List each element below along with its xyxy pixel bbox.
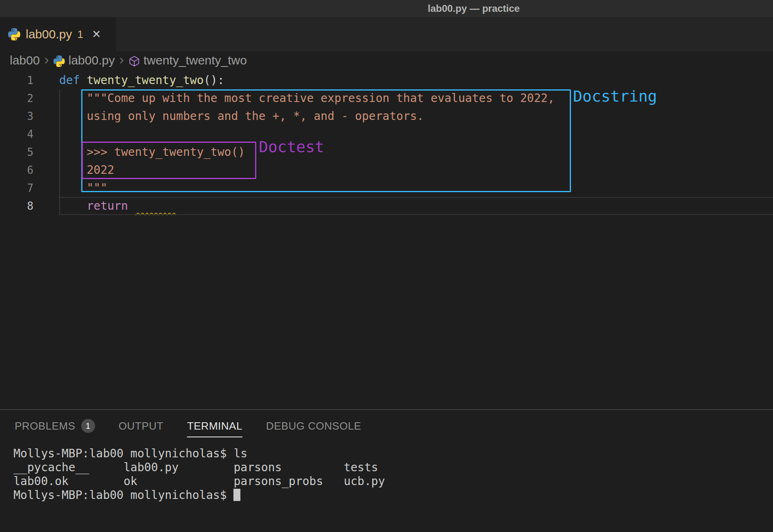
python-icon [8, 28, 20, 40]
code-line-2[interactable]: 2 """Come up with the most creative expr… [0, 89, 773, 107]
panel-tab-label: PROBLEMS [15, 420, 76, 432]
code-line-4[interactable]: 4 [0, 125, 773, 143]
warning-squiggle [135, 199, 176, 213]
line-number: 4 [0, 125, 33, 143]
line-number: 1 [0, 71, 33, 89]
close-icon[interactable]: ✕ [92, 28, 101, 41]
symbol-namespace-icon [129, 55, 140, 66]
terminal-line: lab00.ok ok parsons_probs ucb.py [13, 474, 773, 488]
window-titlebar: lab00.py — practice [0, 0, 773, 17]
code-token: """ [59, 181, 107, 195]
code-token: using only numbers and the +, *, and - o… [59, 109, 424, 123]
breadcrumb-file[interactable]: lab00.py [69, 53, 115, 67]
code-token [59, 199, 87, 213]
terminal-prompt-line: Mollys-MBP:lab00 mollynicholas$ [13, 488, 773, 502]
code-token: 2022 [59, 163, 114, 177]
chevron-right-icon: › [43, 52, 49, 69]
line-number: 7 [0, 179, 33, 197]
terminal-line: Mollys-MBP:lab00 mollynicholas$ ls [13, 447, 773, 461]
python-icon [53, 55, 65, 66]
code-line-1[interactable]: 1 def twenty_twenty_two(): [0, 71, 773, 89]
code-text: 2022 [59, 161, 114, 179]
code-line-3[interactable]: 3 using only numbers and the +, *, and -… [0, 107, 773, 125]
bottom-panel: PROBLEMS 1 OUTPUT TERMINAL DEBUG CONSOLE… [0, 409, 773, 532]
code-line-7[interactable]: 7 """ [0, 179, 773, 197]
tab-problem-count: 1 [77, 28, 83, 41]
panel-tab-label: DEBUG CONSOLE [266, 420, 361, 432]
line-number: 2 [0, 89, 33, 107]
problems-count-badge: 1 [81, 419, 95, 433]
code-line-6[interactable]: 6 2022 [0, 161, 773, 179]
code-token: (): [204, 73, 224, 87]
panel-tab-terminal[interactable]: TERMINAL [187, 420, 242, 432]
code-text: """ [59, 179, 107, 197]
panel-tab-label: OUTPUT [119, 420, 164, 432]
panel-tab-label: TERMINAL [187, 420, 242, 432]
code-text: def twenty_twenty_two(): [59, 71, 224, 89]
line-number: 6 [0, 161, 33, 179]
code-token: """Come up with the most creative expres… [59, 91, 555, 105]
terminal-cursor [233, 489, 240, 501]
panel-tab-bar: PROBLEMS 1 OUTPUT TERMINAL DEBUG CONSOLE [0, 410, 773, 442]
panel-tab-debug-console[interactable]: DEBUG CONSOLE [266, 420, 361, 432]
code-line-5[interactable]: 5 >>> twenty_twenty_two() [0, 143, 773, 161]
code-token: return [87, 199, 128, 213]
panel-tab-problems[interactable]: PROBLEMS 1 [15, 419, 95, 433]
code-text: return [59, 197, 176, 215]
line-number: 5 [0, 143, 33, 161]
line-number: 8 [0, 197, 33, 215]
code-token: >>> twenty_twenty_two() [59, 145, 245, 159]
breadcrumb-symbol[interactable]: twenty_twenty_two [144, 53, 247, 67]
window-title: lab00.py — practice [428, 3, 520, 14]
code-editor[interactable]: 1 def twenty_twenty_two(): 2 """Come up … [0, 69, 773, 409]
line-number: 3 [0, 107, 33, 125]
code-token [128, 199, 135, 213]
code-text: """Come up with the most creative expres… [59, 89, 555, 107]
code-text: >>> twenty_twenty_two() [59, 143, 245, 161]
panel-tab-output[interactable]: OUTPUT [119, 420, 164, 432]
chevron-right-icon: › [118, 52, 124, 69]
code-token: def [59, 73, 87, 87]
terminal[interactable]: Mollys-MBP:lab00 mollynicholas$ ls __pyc… [0, 442, 773, 502]
tab-label: lab00.py [26, 27, 72, 41]
terminal-line: __pycache__ lab00.py parsons tests [13, 461, 773, 474]
code-line-8[interactable]: 8 return [0, 197, 773, 215]
code-text: using only numbers and the +, *, and - o… [59, 107, 424, 125]
code-token: twenty_twenty_two [87, 73, 204, 87]
tab-lab00py[interactable]: lab00.py 1 ✕ [0, 17, 116, 51]
editor-tab-bar: lab00.py 1 ✕ [0, 17, 773, 51]
breadcrumb-folder[interactable]: lab00 [10, 53, 40, 67]
terminal-prompt: Mollys-MBP:lab00 mollynicholas$ [13, 488, 233, 502]
breadcrumb: lab00 › lab00.py › twenty_twenty_two [0, 51, 773, 69]
